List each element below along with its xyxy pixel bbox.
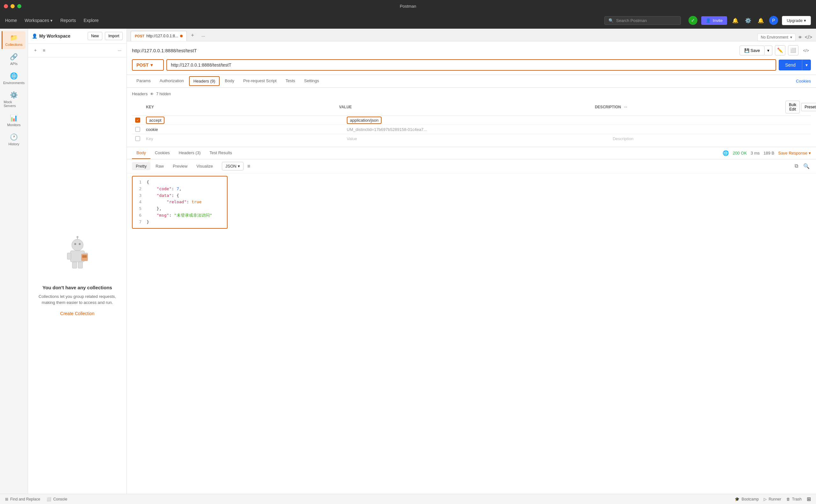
layout-icon[interactable]: ⬜ [788,45,798,55]
maximize-button[interactable] [17,4,21,8]
tab-settings[interactable]: Settings [300,75,323,87]
empty-robot-svg [58,235,97,274]
response-tab-test-results[interactable]: Test Results [205,147,236,159]
response-tab-headers[interactable]: Headers (3) [174,147,205,159]
workspace-name: My Workspace [39,33,70,39]
response-tab-cookies[interactable]: Cookies [150,147,174,159]
runner-icon: ▷ [764,497,767,501]
method-selector[interactable]: POST ▾ [132,59,164,71]
notifications-icon[interactable]: 🔔 [731,16,740,25]
more-options-button[interactable]: ··· [116,47,123,54]
sidebar-item-apis[interactable]: 🔗 APIs [3,50,25,68]
main-content: POST http://127.0.0.1:8... ＋ ··· No Envi… [127,29,816,494]
copy-icon[interactable]: ⧉ [793,162,799,170]
headers-area: Headers 👁 7 hidden KEY VALUE DESCRIPTION… [127,88,816,147]
tab-body[interactable]: Body [220,75,239,87]
nav-explore[interactable]: Explore [83,18,98,23]
format-selector[interactable]: JSON ▾ [222,162,243,170]
row-key[interactable]: cookie [143,127,344,132]
code-view-icon[interactable]: </> [801,46,811,55]
import-button[interactable]: Import [105,32,123,40]
bootcamp-button[interactable]: 🎓 Bootcamp [735,496,759,502]
settings-icon[interactable]: ⚙️ [744,16,753,25]
body-tab-pretty[interactable]: Pretty [132,162,150,170]
avatar[interactable]: P [769,16,778,25]
row-description[interactable]: Description [610,136,811,141]
tab-params[interactable]: Params [132,75,155,87]
search-bar[interactable]: 🔍 Search Postman [604,16,681,25]
upgrade-button[interactable]: Upgrade ▾ [782,16,811,25]
response-tab-body[interactable]: Body [132,147,150,159]
row-key[interactable]: Key [143,136,344,141]
tab-tests[interactable]: Tests [281,75,300,87]
add-tab-button[interactable]: ＋ [187,29,198,41]
description-more-icon[interactable]: ··· [624,105,627,109]
nav-reports[interactable]: Reports [60,18,76,23]
edit-icon[interactable]: ✏️ [775,45,785,55]
url-input[interactable] [166,59,776,71]
trash-button[interactable]: 🗑 Trash [786,496,802,502]
console-button[interactable]: ⬜ Console [47,497,67,501]
save-dropdown-button[interactable]: ▾ [765,46,772,55]
tab-headers[interactable]: Headers (9) [189,76,220,86]
row-value[interactable]: Value [344,136,610,141]
row-value[interactable]: application/json [344,118,610,123]
bulk-edit-button[interactable]: Bulk Edit [785,101,800,113]
send-button[interactable]: Send ▾ [779,60,811,70]
wrap-icon[interactable]: ≡ [247,163,250,169]
row-checkbox[interactable] [132,127,143,132]
nav-workspaces[interactable]: Workspaces ▾ [25,18,53,23]
globe-icon[interactable]: 🌐 [723,150,729,156]
row-checkbox[interactable] [132,136,143,141]
runner-button[interactable]: ▷ Runner [764,496,781,502]
new-button[interactable]: New [88,32,102,40]
nav-links: Home Workspaces ▾ Reports Explore [5,18,597,23]
bell-icon[interactable]: 🔔 [756,16,765,25]
sort-button[interactable]: ≡ [41,47,47,54]
eye-icon[interactable]: 👁 [798,35,802,40]
table-actions: Bulk Edit Presets ▾ [785,101,811,113]
save-response-button[interactable]: Save Response ▾ [778,151,811,155]
send-dropdown-icon[interactable]: ▾ [802,60,811,70]
find-replace-label: Find and Replace [10,497,40,501]
key-column-header: KEY [143,105,336,109]
environment-selector[interactable]: No Environment ▾ [757,33,796,41]
svg-point-1 [74,243,76,245]
chevron-down-icon: ▾ [790,35,792,40]
save-button[interactable]: 💾 Save [740,46,765,55]
sidebar-item-collections[interactable]: 📁 Collections [2,31,25,49]
request-title-actions: 💾 Save ▾ ✏️ ⬜ </> [740,45,811,55]
create-collection-link[interactable]: Create Collection [60,311,94,316]
sidebar-item-monitors[interactable]: 📊 Monitors [3,112,25,129]
desc-placeholder: Description [613,136,633,141]
code-icon[interactable]: </> [805,34,812,40]
row-key[interactable]: accept [143,118,344,123]
status-icon[interactable]: ✓ [689,16,697,25]
presets-button[interactable]: Presets ▾ [801,103,816,111]
close-button[interactable] [4,4,8,8]
find-replace-button[interactable]: ⊞ Find and Replace [5,497,40,501]
sidebar-item-history[interactable]: 🕐 History [3,131,25,148]
body-tab-raw[interactable]: Raw [152,162,168,170]
cookies-link[interactable]: Cookies [796,79,811,83]
nav-home[interactable]: Home [5,18,17,23]
tab-authorization[interactable]: Authorization [155,75,188,87]
search-icon[interactable]: 🔍 [802,162,811,170]
trash-label: Trash [792,497,802,501]
more-tabs-button[interactable]: ··· [198,31,208,41]
console-icon: ⬜ [47,497,51,501]
response-size: 189 B [763,151,774,155]
tab-pre-request-script[interactable]: Pre-request Script [239,75,281,87]
body-tab-preview[interactable]: Preview [169,162,191,170]
body-tab-visualize[interactable]: Visualize [192,162,217,170]
active-tab[interactable]: POST http://127.0.0.1:8... [131,31,187,41]
invite-button[interactable]: 👤 Invite [701,16,727,25]
minimize-button[interactable] [11,4,15,8]
add-collection-button[interactable]: ＋ [32,46,39,54]
row-checkbox[interactable]: ✓ [132,118,143,123]
svg-rect-11 [82,255,87,258]
row-value[interactable]: UM_distinctid=17b697b5289158-01c4ea7... [344,127,610,132]
sidebar-item-mock-servers[interactable]: ⚙️ Mock Servers [3,89,25,110]
sidebar-item-environments[interactable]: 🌐 Environments [3,69,25,87]
layout-toggle-icon[interactable]: ⊞ [807,496,811,502]
